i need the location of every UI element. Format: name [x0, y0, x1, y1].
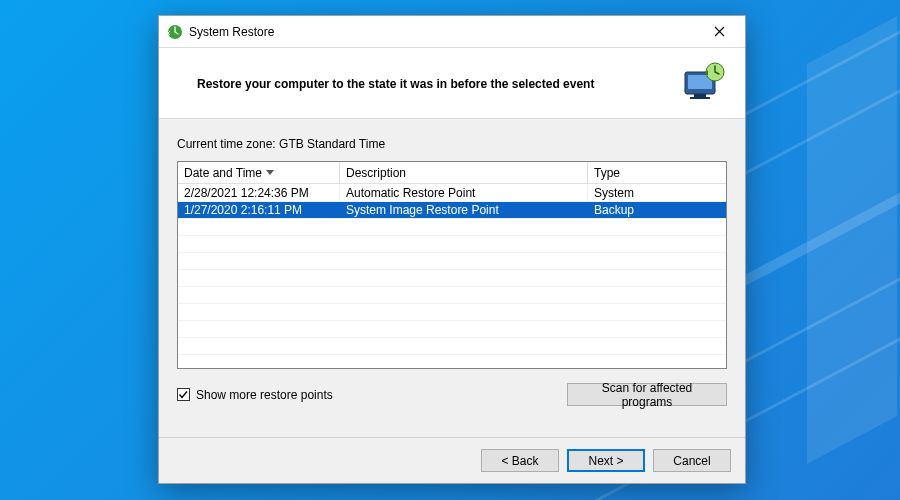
- table-row[interactable]: 2/28/2021 12:24:36 PMAutomatic Restore P…: [178, 184, 726, 201]
- checkbox-icon: [177, 388, 190, 401]
- close-icon: [714, 26, 725, 37]
- cell-desc: Automatic Restore Point: [340, 184, 588, 201]
- system-restore-dialog: System Restore Restore your computer to …: [158, 15, 746, 484]
- cell-type: Backup: [588, 201, 726, 218]
- cell-date: 1/27/2020 2:16:11 PM: [178, 201, 340, 218]
- cell-date: 2/28/2021 12:24:36 PM: [178, 184, 340, 201]
- svg-rect-3: [694, 94, 706, 97]
- system-restore-icon: [167, 24, 183, 40]
- restore-monitor-icon: [679, 60, 727, 108]
- cell-type: System: [588, 184, 726, 201]
- cancel-button[interactable]: Cancel: [653, 449, 731, 472]
- restore-points-table: Date and Time Description Type 2/28/2021…: [177, 161, 727, 369]
- show-more-restore-points-checkbox[interactable]: Show more restore points: [177, 388, 333, 402]
- titlebar-title: System Restore: [189, 25, 699, 39]
- wizard-footer: < Back Next > Cancel: [159, 437, 745, 483]
- show-more-label: Show more restore points: [196, 388, 333, 402]
- close-button[interactable]: [699, 19, 739, 45]
- wizard-header: Restore your computer to the state it wa…: [159, 48, 745, 119]
- svg-rect-4: [690, 97, 710, 99]
- scan-affected-programs-button[interactable]: Scan for affected programs: [567, 383, 727, 406]
- back-button[interactable]: < Back: [481, 449, 559, 472]
- table-body: 2/28/2021 12:24:36 PMAutomatic Restore P…: [178, 184, 726, 368]
- next-button[interactable]: Next >: [567, 449, 645, 472]
- cell-desc: System Image Restore Point: [340, 201, 588, 218]
- column-description[interactable]: Description: [340, 162, 588, 183]
- table-header: Date and Time Description Type: [178, 162, 726, 184]
- wizard-body: Current time zone: GTB Standard Time Dat…: [159, 119, 745, 437]
- column-type[interactable]: Type: [588, 162, 726, 183]
- wizard-heading: Restore your computer to the state it wa…: [197, 77, 665, 91]
- column-date-time[interactable]: Date and Time: [178, 162, 340, 183]
- titlebar: System Restore: [159, 16, 745, 48]
- table-row[interactable]: 1/27/2020 2:16:11 PMSystem Image Restore…: [178, 201, 726, 218]
- timezone-label: Current time zone: GTB Standard Time: [177, 137, 727, 151]
